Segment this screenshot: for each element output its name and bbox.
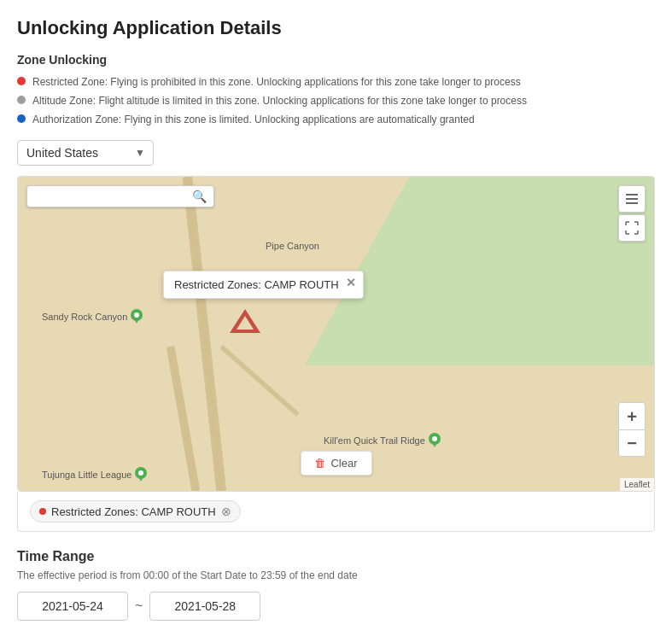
time-range-description: The effective period is from 00:00 of th… — [17, 569, 655, 581]
restricted-zone-dot — [17, 77, 26, 85]
authorization-zone-label: Authorization Zone: Flying in this zone … — [32, 113, 475, 127]
start-date-input[interactable] — [17, 592, 128, 621]
clear-button[interactable]: 🗑 Clear — [300, 451, 371, 476]
legend-list: Restricted Zone: Flying is prohibited in… — [17, 75, 655, 126]
legend-item-restricted: Restricted Zone: Flying is prohibited in… — [17, 75, 655, 90]
time-range-section: Time Range The effective period is from … — [17, 549, 655, 621]
zoom-in-button[interactable]: + — [618, 402, 646, 429]
fullscreen-icon — [625, 221, 639, 235]
zone-tag-dot — [39, 508, 46, 515]
zone-tag-label: Restricted Zones: CAMP ROUTH — [51, 505, 216, 518]
map-tooltip: Restricted Zones: CAMP ROUTH ✕ — [163, 271, 364, 299]
zone-tag: Restricted Zones: CAMP ROUTH ⊗ — [30, 500, 241, 522]
time-range-title: Time Range — [17, 549, 655, 564]
search-icon: 🔍 — [192, 190, 207, 203]
page-title: Unlocking Application Details — [17, 17, 655, 39]
tooltip-text: Restricted Zones: CAMP ROUTH — [174, 278, 339, 291]
map-attribution: Leaflet — [620, 478, 654, 491]
zone-unlocking-title: Zone Unlocking — [17, 53, 655, 67]
date-range-separator: ~ — [135, 598, 143, 614]
map-search-bar[interactable]: 🔍 — [26, 185, 214, 207]
tooltip-close-button[interactable]: ✕ — [346, 276, 356, 289]
layers-icon — [624, 191, 640, 207]
svg-rect-11 — [626, 202, 638, 204]
map-search-input[interactable] — [34, 190, 192, 203]
trash-icon: 🗑 — [314, 457, 325, 470]
restricted-zone-label: Restricted Zone: Flying is prohibited in… — [32, 75, 521, 90]
authorization-zone-dot — [17, 114, 26, 123]
svg-rect-10 — [626, 198, 638, 200]
legend-item-altitude: Altitude Zone: Flight altitude is limite… — [17, 94, 655, 108]
map-controls — [618, 185, 646, 242]
legend-item-authorization: Authorization Zone: Flying in this zone … — [17, 113, 655, 127]
country-select-wrapper[interactable]: United States Canada Mexico ▼ — [17, 140, 154, 166]
map-container[interactable]: 🔍 Pipe Canyon Sandy Rock Canyon Kill'em … — [17, 176, 655, 492]
altitude-zone-label: Altitude Zone: Flight altitude is limite… — [32, 94, 527, 108]
country-select[interactable]: United States Canada Mexico — [17, 140, 154, 166]
altitude-zone-dot — [17, 96, 26, 104]
selected-zone-bar: Restricted Zones: CAMP ROUTH ⊗ — [17, 492, 655, 532]
map-zoom-controls: + − — [618, 402, 646, 457]
svg-rect-9 — [626, 194, 638, 196]
layers-button[interactable] — [618, 185, 646, 213]
zone-unlocking-section: Zone Unlocking Restricted Zone: Flying i… — [17, 53, 655, 126]
clear-button-label: Clear — [330, 457, 357, 470]
zone-tag-remove-button[interactable]: ⊗ — [221, 505, 231, 518]
zoom-out-button[interactable]: − — [618, 429, 646, 457]
restricted-zone-marker[interactable] — [230, 309, 260, 333]
date-range-row: ~ — [17, 592, 655, 621]
fullscreen-button[interactable] — [618, 214, 646, 242]
end-date-input[interactable] — [149, 592, 260, 621]
